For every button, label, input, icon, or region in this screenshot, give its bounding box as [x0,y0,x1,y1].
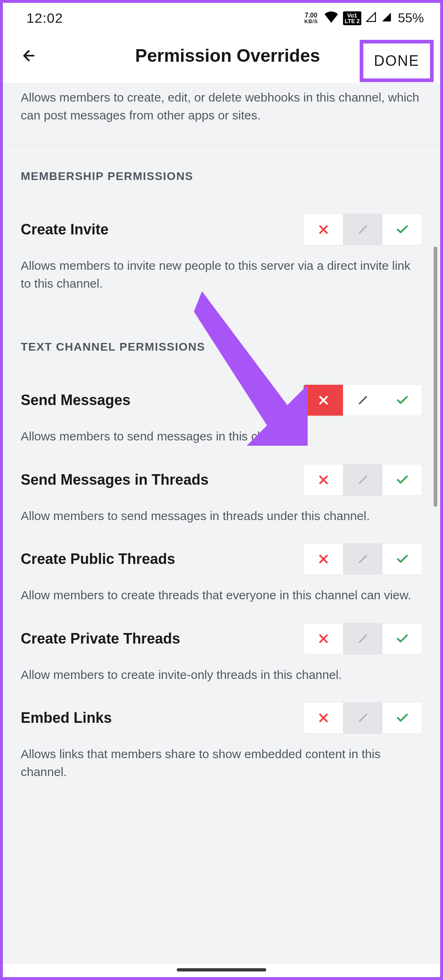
wifi-icon [324,11,339,26]
perm-title: Send Messages [21,392,130,409]
perm-title: Embed Links [21,709,112,726]
app-header: Permission Overrides DONE [3,33,440,83]
lte-badge: Vo1 LTE 2 [343,11,361,25]
perm-toggle-create-public-threads [303,543,422,575]
text-channel-section-header: TEXT CHANNEL PERMISSIONS [3,315,440,366]
status-bar: 12:02 7.00 KB/S Vo1 LTE 2 55% [3,3,440,33]
neutral-button[interactable] [343,464,382,495]
allow-button[interactable] [382,464,422,495]
perm-toggle-embed-links [303,702,422,734]
scroll-indicator[interactable] [434,247,437,507]
done-button[interactable]: DONE [360,40,434,82]
perm-description: Allow members to create threads that eve… [21,586,422,604]
perm-create-invite: Create Invite Allows members to invite n… [3,195,440,292]
perm-embed-links: Embed Links Allows links that members sh… [3,683,440,781]
perm-description: Allow members to create invite-only thre… [21,666,422,684]
perm-send-messages-threads: Send Messages in Threads Allow members t… [3,445,440,525]
perm-title: Create Public Threads [21,551,175,568]
perm-description: Allow members to send messages in thread… [21,507,422,525]
perm-toggle-send-messages-threads [303,464,422,496]
data-rate-indicator: 7.00 KB/S [304,12,318,24]
content-scroll[interactable]: Allows members to create, edit, or delet… [3,83,440,964]
perm-title: Create Invite [21,221,109,238]
allow-button[interactable] [382,702,422,733]
allow-button[interactable] [382,385,422,416]
perm-toggle-send-messages [303,384,422,416]
neutral-button[interactable] [343,214,382,245]
status-indicators: 7.00 KB/S Vo1 LTE 2 55% [304,11,424,26]
perm-create-private-threads: Create Private Threads Allow members to … [3,604,440,684]
signal-icon-2 [381,11,392,25]
nav-handle[interactable] [177,968,266,971]
allow-button[interactable] [382,214,422,245]
perm-description: Allows links that members share to show … [21,745,422,781]
neutral-button[interactable] [343,702,382,733]
signal-icon-1 [365,11,377,25]
perm-send-messages: Send Messages Allows members to send mes… [3,366,440,445]
perm-create-public-threads: Create Public Threads Allow members to c… [3,525,440,604]
allow-button[interactable] [382,623,422,654]
deny-button[interactable] [304,702,343,733]
deny-button[interactable] [304,385,343,416]
status-time: 12:02 [26,10,63,26]
deny-button[interactable] [304,464,343,495]
perm-title: Send Messages in Threads [21,471,208,488]
membership-section-header: MEMBERSHIP PERMISSIONS [3,145,440,195]
deny-button[interactable] [304,623,343,654]
allow-button[interactable] [382,544,422,575]
neutral-button[interactable] [343,623,382,654]
perm-description: Allows members to invite new people to t… [21,257,422,292]
perm-toggle-create-private-threads [303,623,422,655]
deny-button[interactable] [304,544,343,575]
webhook-description: Allows members to create, edit, or delet… [3,83,440,145]
perm-title: Create Private Threads [21,630,180,647]
perm-description: Allows members to send messages in this … [21,427,422,445]
neutral-button[interactable] [343,544,382,575]
deny-button[interactable] [304,214,343,245]
perm-toggle-create-invite [303,214,422,245]
battery-percent: 55% [398,11,424,26]
neutral-button[interactable] [343,385,382,416]
